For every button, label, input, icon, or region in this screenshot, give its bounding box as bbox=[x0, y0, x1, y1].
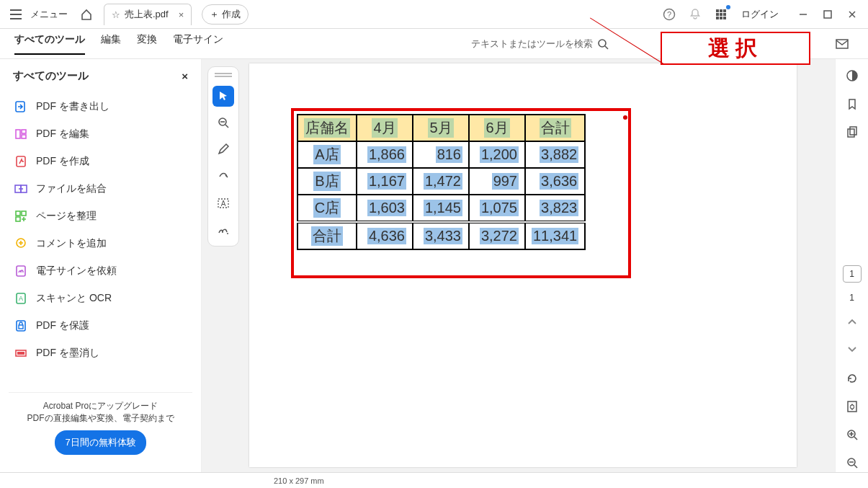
close-tab-icon[interactable]: × bbox=[179, 9, 184, 20]
page-total: 1 bbox=[849, 293, 854, 303]
page-dimensions: 210 x 297 mm bbox=[274, 476, 324, 485]
new-button[interactable]: ＋ 作成 bbox=[202, 4, 249, 25]
svg-rect-10 bbox=[723, 17, 726, 19]
sidebar-close-icon[interactable]: × bbox=[182, 70, 188, 82]
zoom-tool-icon[interactable] bbox=[212, 112, 234, 133]
star-icon[interactable]: ☆ bbox=[112, 9, 120, 20]
sidebar-item-label: PDF を墨消し bbox=[36, 347, 99, 360]
rotate-icon[interactable] bbox=[842, 369, 862, 387]
upgrade-footer: Acrobat Proにアップグレード PDFの直接編集や変換、電子契約まで 7… bbox=[9, 392, 192, 462]
vertical-toolbar: A bbox=[207, 66, 239, 247]
table-cell: 997 bbox=[469, 168, 525, 195]
edit-pdf-icon bbox=[13, 126, 29, 142]
table-cell: C店 bbox=[297, 195, 357, 222]
sidebar-item-label: スキャンと OCR bbox=[36, 292, 112, 305]
page-number-input[interactable]: 1 bbox=[843, 265, 862, 283]
table-header-cell: 5月 bbox=[413, 115, 469, 141]
tab-esign[interactable]: 電子サイン bbox=[173, 33, 223, 55]
svg-text:?: ? bbox=[667, 10, 671, 19]
home-icon[interactable] bbox=[75, 3, 98, 26]
help-icon[interactable]: ? bbox=[658, 3, 681, 26]
drag-handle-icon[interactable] bbox=[215, 73, 232, 77]
new-label: 作成 bbox=[222, 8, 241, 21]
sidebar-item-edit-pdf[interactable]: PDF を編集 bbox=[9, 120, 192, 148]
tab-title: 売上表.pdf bbox=[125, 8, 169, 21]
sign-tool-icon[interactable] bbox=[212, 219, 234, 240]
sidebar-item-scan[interactable]: Aスキャンと OCR bbox=[9, 285, 192, 312]
table-row: B店1,1671,4729973,636 bbox=[297, 168, 585, 195]
statusbar: 210 x 297 mm bbox=[0, 472, 868, 488]
protect-icon bbox=[13, 318, 29, 334]
sidebar-item-label: PDF を編集 bbox=[36, 128, 89, 141]
zoom-in-icon[interactable] bbox=[842, 426, 862, 444]
selection-callout: 選択 bbox=[661, 32, 810, 65]
zoom-out-icon[interactable] bbox=[842, 454, 862, 472]
tab-edit[interactable]: 編集 bbox=[101, 33, 121, 55]
bookmark-icon[interactable] bbox=[842, 94, 862, 112]
menu-label[interactable]: メニュー bbox=[30, 8, 68, 21]
sidebar-item-request-sign[interactable]: 電子サインを依頼 bbox=[9, 257, 192, 285]
sidebar-item-organize[interactable]: ページを整理 bbox=[9, 203, 192, 230]
table-cell: 1,200 bbox=[469, 141, 525, 168]
table-cell: 3,823 bbox=[525, 195, 585, 222]
search-box[interactable]: テキストまたはツールを検索 bbox=[471, 37, 609, 50]
table-cell: 816 bbox=[413, 141, 469, 168]
table-cell: 1,075 bbox=[469, 195, 525, 222]
sidebar-item-export[interactable]: PDF を書き出し bbox=[9, 93, 192, 120]
sidebar-item-comment[interactable]: コメントを追加 bbox=[9, 230, 192, 257]
trial-button[interactable]: 7日間の無料体験 bbox=[55, 430, 146, 455]
svg-rect-31 bbox=[17, 352, 24, 355]
search-icon bbox=[597, 38, 609, 50]
svg-rect-6 bbox=[720, 13, 722, 16]
sidebar-item-combine[interactable]: ファイルを結合 bbox=[9, 175, 192, 203]
apps-icon[interactable] bbox=[710, 3, 733, 26]
export-icon bbox=[13, 99, 29, 115]
sidebar-item-label: ファイルを結合 bbox=[36, 182, 107, 195]
svg-rect-11 bbox=[824, 11, 831, 18]
copy-icon[interactable] bbox=[842, 123, 862, 141]
svg-text:A: A bbox=[19, 295, 23, 302]
table-header-cell: 4月 bbox=[357, 115, 413, 141]
upgrade-line1: Acrobat Proにアップグレード bbox=[16, 400, 185, 412]
login-button[interactable]: ログイン bbox=[741, 8, 779, 21]
document-tab[interactable]: ☆ 売上表.pdf × bbox=[104, 4, 192, 25]
mail-icon[interactable] bbox=[831, 32, 854, 56]
plus-icon: ＋ bbox=[210, 8, 219, 21]
tab-all-tools[interactable]: すべてのツール bbox=[14, 33, 85, 55]
text-tool-icon[interactable]: A bbox=[212, 192, 234, 213]
svg-rect-16 bbox=[22, 130, 26, 133]
tab-convert[interactable]: 変換 bbox=[137, 33, 157, 55]
fit-page-icon[interactable] bbox=[842, 397, 862, 415]
table-cell: 3,882 bbox=[525, 141, 585, 168]
select-tool-icon[interactable] bbox=[212, 86, 234, 107]
table-cell: A店 bbox=[297, 141, 357, 168]
sidebar-item-redact[interactable]: PDF を墨消し bbox=[9, 340, 192, 367]
panel-toggle-icon[interactable] bbox=[842, 66, 862, 84]
sidebar-item-label: 電子サインを依頼 bbox=[36, 265, 117, 278]
page-up-icon[interactable] bbox=[842, 313, 862, 331]
table-cell: 1,145 bbox=[413, 195, 469, 222]
pdf-page[interactable]: 店舗名4月5月6月合計 A店1,8668161,2003,882B店1,1671… bbox=[249, 63, 797, 467]
window-minimize-icon[interactable] bbox=[792, 3, 815, 26]
table-cell: 3,272 bbox=[469, 222, 525, 249]
erase-tool-icon[interactable] bbox=[212, 166, 234, 187]
table-cell: 3,433 bbox=[413, 222, 469, 249]
search-placeholder: テキストまたはツールを検索 bbox=[471, 37, 593, 50]
sidebar-item-create[interactable]: PDF を作成 bbox=[9, 148, 192, 175]
sidebar-title: すべてのツール bbox=[13, 69, 89, 83]
window-close-icon[interactable] bbox=[841, 3, 864, 26]
window-maximize-icon[interactable] bbox=[816, 3, 839, 26]
bell-icon[interactable] bbox=[684, 3, 707, 26]
svg-rect-8 bbox=[716, 17, 719, 19]
page-down-icon[interactable] bbox=[842, 341, 862, 359]
pen-tool-icon[interactable] bbox=[212, 139, 234, 160]
sidebar-item-protect[interactable]: PDF を保護 bbox=[9, 312, 192, 340]
hamburger-menu-icon[interactable] bbox=[4, 3, 27, 26]
svg-rect-23 bbox=[16, 217, 20, 221]
table-cell: 1,472 bbox=[413, 168, 469, 195]
table-cell: 合計 bbox=[297, 222, 357, 249]
svg-rect-15 bbox=[16, 130, 20, 138]
svg-rect-13 bbox=[836, 40, 848, 48]
document-area: A 店舗名4月5月6月合計 A店1,8668161,2003,882B店1,16… bbox=[202, 59, 835, 472]
table-cell: 1,866 bbox=[357, 141, 413, 168]
